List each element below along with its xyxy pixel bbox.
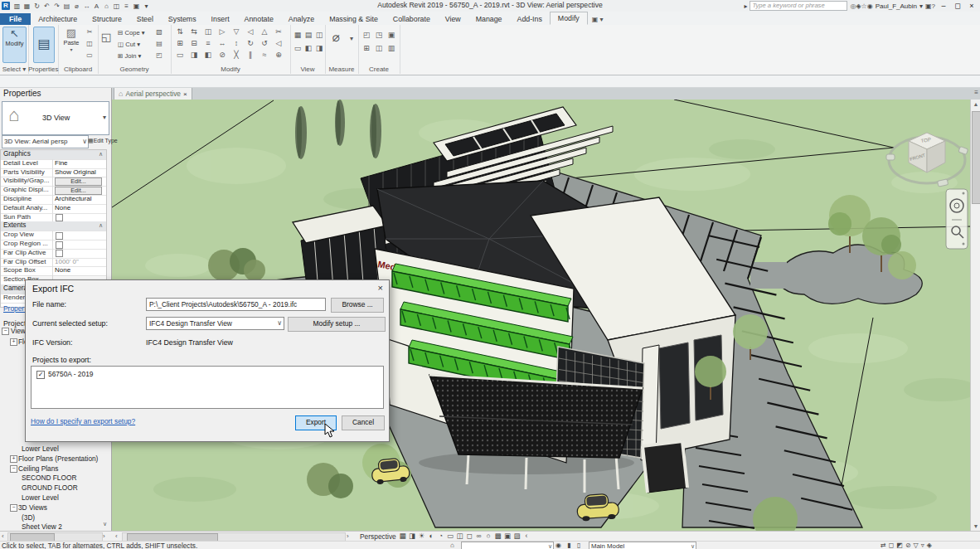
modify-tool-icon-15[interactable]: ↺ [259,38,270,49]
help-icon[interactable]: ? [932,2,935,10]
ribbon-tab-modify[interactable]: Modify [550,12,588,25]
temporary-hide-isolate-icon[interactable]: ∞ [475,532,483,540]
ribbon-tab-steel[interactable]: Steel [129,13,161,25]
modify-tool-icon-10[interactable]: ⊟ [188,38,200,49]
select-links-icon[interactable]: ⇄ [881,542,886,549]
search-input[interactable]: Type a keyword or phrase [750,1,847,11]
select-pinned-icon[interactable]: ◩ [896,542,903,549]
edit-button[interactable]: Edit... [55,177,102,186]
pb-scroll-left-icon[interactable]: ‹ [2,532,4,540]
filter-icon[interactable]: ▿ [921,542,924,549]
modify-tool-icon-12[interactable]: ↔ [216,38,228,49]
ribbon-tab-collaborate[interactable]: Collaborate [386,13,438,25]
modify-tool-icon-22[interactable]: ∥ [245,50,256,61]
ribbon-tab-analyze[interactable]: Analyze [281,13,322,25]
cancel-button[interactable]: Cancel [342,415,385,430]
sun-settings-icon[interactable]: ☀ [418,532,425,540]
panel-label-select[interactable]: Select ▾ [0,66,28,73]
open-icon[interactable]: ▥ [12,2,22,11]
ribbon-tab-add-ins[interactable]: Add-Ins [510,13,550,25]
drag-on-selection-icon[interactable]: ▽ [914,542,919,549]
favorites-icon[interactable]: ☆ [861,2,867,10]
view-tool-icon-4[interactable]: ▭ [292,43,303,54]
default-3d-view-icon[interactable]: ⌂ [102,2,111,11]
background-processes-icon[interactable]: ◈ [927,542,932,549]
thin-lines-icon[interactable]: ≡ [122,2,131,11]
expand-icon[interactable]: + [10,455,17,463]
modify-tool-icon-5[interactable]: ▽ [230,27,242,37]
modify-setup-button[interactable]: Modify setup ... [288,317,386,332]
pb-scroll-right-icon[interactable]: › [103,532,105,540]
pb-item-ground-floor[interactable]: GROUND FLOOR [22,483,78,492]
section-icon[interactable]: ◫ [112,2,121,11]
file-name-input[interactable]: P:\_Client Projects\Autodesk\56750_A - 2… [146,298,326,311]
paste-button[interactable]: ▨ Paste ▾ [61,27,82,61]
editable-only-icon[interactable]: ◉ [555,542,561,549]
close-button[interactable]: × [966,2,978,10]
checkbox[interactable] [56,241,63,249]
prop-value[interactable]: None [52,266,107,275]
beam-cutback-icon[interactable]: ▧ [154,28,164,36]
canvas-scroll-left-icon[interactable]: ‹ [115,532,118,540]
create-tool-icon-5[interactable]: ◫ [373,43,385,54]
prop-value[interactable]: Show Original [52,168,107,177]
view-tool-icon-2[interactable]: ▤ [303,30,314,41]
reveal-hidden-icon[interactable]: ○ [485,532,492,540]
create-tool-icon-1[interactable]: ◰ [361,30,372,41]
dumpster-enclosure[interactable] [643,441,687,493]
modify-tool-icon-11[interactable]: ≡ [202,38,214,49]
demolish-icon[interactable]: ◰ [154,51,164,59]
design-option-combo[interactable]: Main Model∨ [589,542,696,549]
ribbon-tab-insert[interactable]: Insert [204,13,237,25]
modify-tool-icon-19[interactable]: ◧ [202,50,214,61]
worksharing-display-icon[interactable]: ▩ [494,532,502,540]
modify-tool-icon-4[interactable]: ▷ [216,27,228,37]
save-icon[interactable]: ▦ [22,2,32,11]
create-tool-icon-4[interactable]: ⊞ [361,43,372,54]
scroll-up-icon[interactable]: ▲ [971,101,980,107]
view-tab-aerial-perspective[interactable]: ⌂ Aerial perspective × [114,87,192,100]
avatar-icon[interactable]: ◉ [867,2,873,10]
expand-icon[interactable]: + [10,338,17,346]
prop-value[interactable]: 1000' 0" [52,258,107,267]
modify-tool-icon-3[interactable]: ◫ [202,27,214,37]
paint-icon[interactable]: ◱ [100,32,112,42]
chevron-down-icon[interactable]: ▾ [919,2,923,10]
pb-item--3d-[interactable]: (3D) [22,513,35,522]
collapse-icon[interactable]: − [10,504,17,512]
ribbon-tab-manage[interactable]: Manage [468,13,510,25]
prop-value[interactable]: Fine [52,159,107,168]
ribbon-tab-massing-site[interactable]: Massing & Site [322,13,386,25]
ribbon-tab-architecture[interactable]: Architecture [31,13,85,25]
prop-value[interactable]: None [52,204,107,213]
modify-tool-icon-9[interactable]: ⊞ [174,38,186,49]
select-underlay-icon[interactable]: ◻ [889,542,895,549]
view-tool-icon-3[interactable]: ◫ [313,30,325,41]
setup-select[interactable]: IFC4 Design Transfer View∨ [146,317,284,330]
undo-icon[interactable]: ↶ [42,2,51,11]
collapse-icon[interactable]: − [10,465,17,473]
checkbox[interactable] [56,232,63,240]
join-geometry-button[interactable]: ⊞ Join ▾ [118,52,141,60]
visual-style-icon[interactable]: ◨ [409,532,416,540]
project-checkbox[interactable]: ✓ [36,371,45,379]
ribbon-tab-systems[interactable]: Systems [161,13,204,25]
restore-button[interactable]: ◻ [952,2,963,10]
modify-tool-icon-14[interactable]: ↻ [245,38,256,49]
gray-inactive-icon[interactable]: ▮ [567,542,570,549]
create-tool-icon-2[interactable]: ◳ [373,30,385,41]
modify-tool-icon-7[interactable]: △ [259,27,270,37]
cut-to-clipboard-icon[interactable]: ✂ [85,28,95,36]
ribbon-tab-structure[interactable]: Structure [85,13,129,25]
view-tool-icon-1[interactable]: ▦ [292,30,303,41]
pb-item-floor-plans-presentation-[interactable]: Floor Plans (Presentation) [18,454,98,463]
temporary-view-properties-icon[interactable]: ▣ [504,532,512,540]
pb-item-sheet-view-2[interactable]: Sheet View 2 [22,522,62,531]
select-by-face-icon[interactable]: ⊘ [905,542,911,549]
match-type-icon[interactable]: ▭ [85,51,95,59]
sync-with-central-icon[interactable]: ↻ [32,2,41,11]
pb-item-lower-level[interactable]: Lower Level [22,493,59,502]
pb-item-3d-views[interactable]: 3D Views [18,503,47,512]
view-tab-overflow-icon[interactable]: ≡ [974,89,978,96]
redo-icon[interactable]: ↷ [52,2,61,11]
